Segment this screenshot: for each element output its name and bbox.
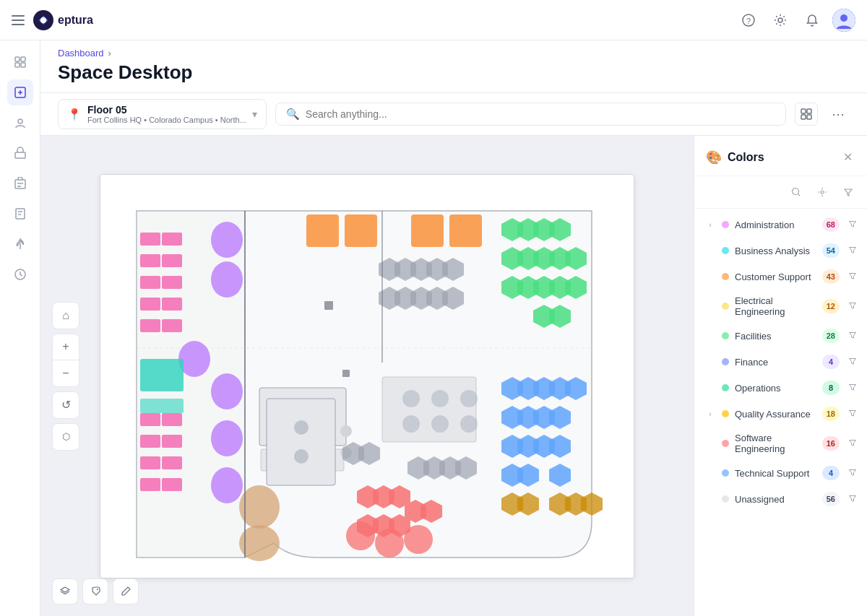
- color-item-finance[interactable]: › Finance 4: [694, 349, 867, 375]
- color-label: Software Engineering: [735, 433, 816, 454]
- location-info: Floor 05 Fort Collins HQ • Colorado Camp…: [87, 104, 246, 124]
- color-count-badge: 4: [822, 466, 840, 480]
- colors-settings-btn[interactable]: [812, 182, 832, 202]
- svg-rect-11: [21, 57, 25, 61]
- rotate-control: ↺: [52, 391, 79, 419]
- search-box[interactable]: 🔍: [275, 103, 786, 126]
- svg-rect-50: [140, 399, 184, 413]
- sidebar-item-plant[interactable]: [7, 231, 33, 257]
- sidebar-item-work[interactable]: [7, 170, 33, 196]
- svg-rect-37: [140, 435, 160, 448]
- color-filter-icon[interactable]: [848, 468, 857, 479]
- cube-control: ⬡: [52, 423, 79, 451]
- color-item-quality_assurance[interactable]: › Quality Assurance 18: [694, 401, 867, 427]
- location-selector[interactable]: 📍 Floor 05 Fort Collins HQ • Colorado Ca…: [58, 99, 267, 129]
- svg-point-132: [460, 390, 478, 407]
- floor-plan: [100, 174, 634, 578]
- color-filter-icon[interactable]: [848, 220, 857, 230]
- help-btn[interactable]: ?: [737, 9, 760, 32]
- svg-rect-39: [140, 456, 160, 469]
- colors-close-btn[interactable]: ✕: [840, 147, 855, 167]
- svg-point-143: [793, 188, 799, 195]
- settings-btn[interactable]: [769, 9, 792, 32]
- color-item-operations[interactable]: › Operations 8: [694, 375, 867, 401]
- colors-palette-icon: 🎨: [706, 149, 722, 165]
- notifications-btn[interactable]: [801, 9, 824, 32]
- color-dot: [722, 247, 729, 254]
- svg-rect-49: [140, 359, 184, 391]
- more-options-btn[interactable]: ⋯: [827, 103, 850, 126]
- tag-btn[interactable]: [82, 578, 108, 604]
- svg-point-129: [431, 390, 449, 407]
- sidebar-item-assets[interactable]: [7, 140, 33, 166]
- color-item-technical_support[interactable]: › Technical Support 4: [694, 460, 867, 486]
- user-avatar[interactable]: [832, 9, 855, 32]
- svg-rect-17: [15, 180, 25, 188]
- svg-text:?: ?: [746, 16, 751, 25]
- color-item-administration[interactable]: › Administration 68: [694, 212, 867, 238]
- map-area: ⌂ + − ↺ ⬡: [40, 136, 867, 616]
- search-icon: 🔍: [286, 108, 300, 121]
- layers-btn[interactable]: [52, 578, 78, 604]
- hamburger-menu[interactable]: [12, 15, 25, 25]
- color-label: Business Analysis: [735, 246, 816, 256]
- color-count-badge: 28: [822, 329, 840, 343]
- zoom-out-btn[interactable]: −: [53, 360, 79, 386]
- zoom-in-btn[interactable]: +: [53, 334, 79, 360]
- color-count-badge: 54: [822, 243, 840, 258]
- color-label: Electrical Engineering: [735, 295, 816, 317]
- svg-point-87: [340, 425, 352, 437]
- svg-rect-21: [807, 109, 811, 113]
- sidebar-item-schedule[interactable]: [7, 261, 33, 287]
- svg-point-4: [40, 17, 46, 23]
- sidebar-item-grid[interactable]: [7, 49, 33, 75]
- color-dot: [722, 358, 729, 365]
- colors-header: 🎨 Colors ✕: [694, 136, 867, 176]
- svg-rect-54: [449, 214, 482, 247]
- color-dot: [722, 221, 729, 228]
- color-filter-icon[interactable]: [848, 272, 857, 282]
- breadcrumb-parent[interactable]: Dashboard: [58, 48, 104, 58]
- color-filter-icon[interactable]: [848, 331, 857, 342]
- color-filter-icon[interactable]: [848, 246, 857, 256]
- svg-point-86: [294, 449, 309, 464]
- color-filter-icon[interactable]: [848, 438, 857, 449]
- view-toggle-btn[interactable]: [795, 103, 818, 126]
- svg-rect-13: [21, 63, 25, 67]
- color-filter-icon[interactable]: [848, 383, 857, 394]
- color-dot: [722, 303, 729, 310]
- color-count-badge: 68: [822, 217, 840, 232]
- home-btn[interactable]: ⌂: [53, 303, 79, 329]
- sidebar-item-spaces[interactable]: [7, 79, 33, 105]
- color-item-customer_support[interactable]: › Customer Support 43: [694, 264, 867, 290]
- color-item-electrical_engineering[interactable]: › Electrical Engineering 12: [694, 290, 867, 323]
- color-filter-icon[interactable]: [848, 357, 857, 368]
- edit-btn[interactable]: [113, 578, 139, 604]
- colors-filter-btn[interactable]: [838, 182, 858, 202]
- 3d-btn[interactable]: ⬡: [53, 424, 79, 450]
- color-filter-icon[interactable]: [848, 494, 857, 505]
- color-item-facilities[interactable]: › Facilities 28: [694, 323, 867, 349]
- color-dot: [722, 384, 729, 391]
- svg-rect-138: [324, 301, 333, 310]
- svg-rect-53: [411, 214, 444, 247]
- rotate-btn[interactable]: ↺: [53, 392, 79, 418]
- map-canvas[interactable]: ⌂ + − ↺ ⬡: [40, 136, 694, 616]
- color-item-software_engineering[interactable]: › Software Engineering 16: [694, 427, 867, 460]
- search-input[interactable]: [306, 108, 775, 120]
- color-count-badge: 12: [822, 299, 840, 313]
- svg-rect-35: [140, 413, 160, 426]
- colors-search-btn[interactable]: [786, 182, 806, 202]
- color-item-unassigned[interactable]: › Unassigned 56: [694, 486, 867, 512]
- color-filter-icon[interactable]: [848, 301, 857, 312]
- sidebar-item-book[interactable]: [7, 201, 33, 227]
- sidebar-item-people[interactable]: [7, 110, 33, 136]
- color-count-badge: 43: [822, 269, 840, 284]
- sub-header: 📍 Floor 05 Fort Collins HQ • Colorado Ca…: [40, 93, 867, 136]
- color-dot: [722, 273, 729, 280]
- color-count-badge: 56: [822, 492, 840, 506]
- color-filter-icon[interactable]: [848, 409, 857, 420]
- map-home-btn[interactable]: ⌂: [52, 302, 79, 329]
- color-dot: [722, 332, 729, 339]
- color-item-business_analysis[interactable]: › Business Analysis 54: [694, 238, 867, 264]
